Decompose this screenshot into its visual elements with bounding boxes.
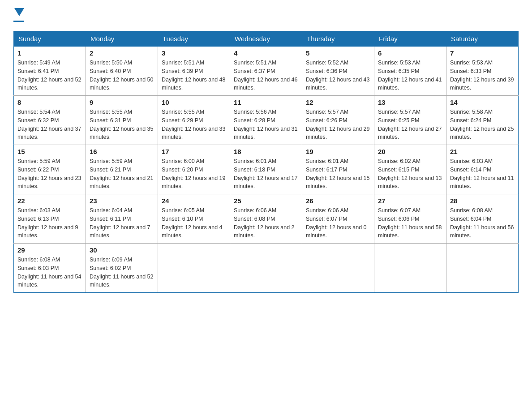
weekday-header-friday: Friday xyxy=(374,31,446,47)
day-number: 27 xyxy=(378,197,442,205)
day-number: 20 xyxy=(378,148,442,155)
day-info: Sunrise: 6:06 AMSunset: 6:08 PMDaylight:… xyxy=(234,206,298,240)
day-number: 1 xyxy=(17,49,82,57)
calendar-cell: 16Sunrise: 5:59 AMSunset: 6:21 PMDayligh… xyxy=(86,145,158,194)
calendar-cell: 15Sunrise: 5:59 AMSunset: 6:22 PMDayligh… xyxy=(14,145,86,194)
day-info: Sunrise: 6:06 AMSunset: 6:07 PMDaylight:… xyxy=(306,206,370,240)
day-info: Sunrise: 5:55 AMSunset: 6:31 PMDaylight:… xyxy=(90,108,154,141)
calendar-cell: 4Sunrise: 5:51 AMSunset: 6:37 PMDaylight… xyxy=(230,47,302,96)
weekday-header-monday: Monday xyxy=(86,31,158,47)
header-row: SundayMondayTuesdayWednesdayThursdayFrid… xyxy=(14,31,519,47)
day-number: 10 xyxy=(162,98,226,106)
calendar-cell: 14Sunrise: 5:58 AMSunset: 6:24 PMDayligh… xyxy=(446,96,519,145)
day-number: 7 xyxy=(450,49,515,57)
day-info: Sunrise: 5:59 AMSunset: 6:21 PMDaylight:… xyxy=(90,157,154,191)
calendar-cell: 6Sunrise: 5:53 AMSunset: 6:35 PMDaylight… xyxy=(374,47,446,96)
day-number: 14 xyxy=(450,98,515,106)
day-info: Sunrise: 6:03 AMSunset: 6:14 PMDaylight:… xyxy=(450,157,515,191)
day-number: 28 xyxy=(450,197,515,205)
calendar-cell: 27Sunrise: 6:07 AMSunset: 6:06 PMDayligh… xyxy=(374,194,446,244)
day-number: 6 xyxy=(378,49,442,57)
calendar-cell: 1Sunrise: 5:49 AMSunset: 6:41 PMDaylight… xyxy=(14,47,86,96)
day-number: 26 xyxy=(306,197,370,205)
day-info: Sunrise: 6:01 AMSunset: 6:17 PMDaylight:… xyxy=(306,157,370,191)
day-info: Sunrise: 6:04 AMSunset: 6:11 PMDaylight:… xyxy=(90,206,154,240)
calendar-cell: 9Sunrise: 5:55 AMSunset: 6:31 PMDaylight… xyxy=(86,96,158,145)
calendar-cell: 3Sunrise: 5:51 AMSunset: 6:39 PMDaylight… xyxy=(158,47,230,96)
day-info: Sunrise: 6:01 AMSunset: 6:18 PMDaylight:… xyxy=(234,157,298,191)
day-info: Sunrise: 6:03 AMSunset: 6:13 PMDaylight:… xyxy=(17,206,82,240)
day-info: Sunrise: 5:58 AMSunset: 6:24 PMDaylight:… xyxy=(450,108,515,141)
day-number: 4 xyxy=(234,49,298,57)
day-number: 11 xyxy=(234,98,298,106)
calendar-cell xyxy=(374,244,446,293)
day-info: Sunrise: 6:05 AMSunset: 6:10 PMDaylight:… xyxy=(162,206,226,240)
day-info: Sunrise: 5:54 AMSunset: 6:32 PMDaylight:… xyxy=(17,108,82,141)
week-row-3: 15Sunrise: 5:59 AMSunset: 6:22 PMDayligh… xyxy=(14,145,519,194)
calendar-cell: 18Sunrise: 6:01 AMSunset: 6:18 PMDayligh… xyxy=(230,145,302,194)
day-number: 2 xyxy=(90,49,154,57)
week-row-4: 22Sunrise: 6:03 AMSunset: 6:13 PMDayligh… xyxy=(14,194,519,244)
calendar-cell xyxy=(230,244,302,293)
weekday-header-wednesday: Wednesday xyxy=(230,31,302,47)
week-row-5: 29Sunrise: 6:08 AMSunset: 6:03 PMDayligh… xyxy=(14,244,519,293)
weekday-header-sunday: Sunday xyxy=(14,31,86,47)
day-number: 24 xyxy=(162,197,226,205)
day-number: 12 xyxy=(306,98,370,106)
calendar-cell: 25Sunrise: 6:06 AMSunset: 6:08 PMDayligh… xyxy=(230,194,302,244)
day-info: Sunrise: 5:53 AMSunset: 6:35 PMDaylight:… xyxy=(378,59,442,92)
day-info: Sunrise: 6:08 AMSunset: 6:04 PMDaylight:… xyxy=(450,206,515,240)
day-info: Sunrise: 6:02 AMSunset: 6:15 PMDaylight:… xyxy=(378,157,442,191)
day-info: Sunrise: 5:57 AMSunset: 6:25 PMDaylight:… xyxy=(378,108,442,141)
day-info: Sunrise: 6:08 AMSunset: 6:03 PMDaylight:… xyxy=(17,256,82,289)
calendar-cell: 22Sunrise: 6:03 AMSunset: 6:13 PMDayligh… xyxy=(14,194,86,244)
day-info: Sunrise: 6:07 AMSunset: 6:06 PMDaylight:… xyxy=(378,206,442,240)
day-info: Sunrise: 5:51 AMSunset: 6:37 PMDaylight:… xyxy=(234,59,298,92)
day-info: Sunrise: 5:51 AMSunset: 6:39 PMDaylight:… xyxy=(162,59,226,92)
calendar-cell: 26Sunrise: 6:06 AMSunset: 6:07 PMDayligh… xyxy=(302,194,374,244)
day-info: Sunrise: 5:59 AMSunset: 6:22 PMDaylight:… xyxy=(17,157,82,191)
day-info: Sunrise: 5:55 AMSunset: 6:29 PMDaylight:… xyxy=(162,108,226,141)
day-number: 15 xyxy=(17,148,82,155)
day-number: 16 xyxy=(90,148,154,155)
day-number: 21 xyxy=(450,148,515,155)
calendar-cell: 21Sunrise: 6:03 AMSunset: 6:14 PMDayligh… xyxy=(446,145,519,194)
day-number: 9 xyxy=(90,98,154,106)
calendar-cell: 17Sunrise: 6:00 AMSunset: 6:20 PMDayligh… xyxy=(158,145,230,194)
weekday-header-saturday: Saturday xyxy=(446,31,519,47)
calendar-cell: 29Sunrise: 6:08 AMSunset: 6:03 PMDayligh… xyxy=(14,244,86,293)
calendar-cell: 30Sunrise: 6:09 AMSunset: 6:02 PMDayligh… xyxy=(86,244,158,293)
calendar-cell: 19Sunrise: 6:01 AMSunset: 6:17 PMDayligh… xyxy=(302,145,374,194)
day-number: 25 xyxy=(234,197,298,205)
day-number: 13 xyxy=(378,98,442,106)
calendar-cell: 28Sunrise: 6:08 AMSunset: 6:04 PMDayligh… xyxy=(446,194,519,244)
day-info: Sunrise: 6:00 AMSunset: 6:20 PMDaylight:… xyxy=(162,157,226,191)
calendar-cell: 10Sunrise: 5:55 AMSunset: 6:29 PMDayligh… xyxy=(158,96,230,145)
svg-marker-0 xyxy=(14,8,24,16)
calendar-cell: 2Sunrise: 5:50 AMSunset: 6:40 PMDaylight… xyxy=(86,47,158,96)
calendar-cell: 8Sunrise: 5:54 AMSunset: 6:32 PMDaylight… xyxy=(14,96,86,145)
weekday-header-thursday: Thursday xyxy=(302,31,374,47)
day-info: Sunrise: 5:52 AMSunset: 6:36 PMDaylight:… xyxy=(306,59,370,92)
day-number: 18 xyxy=(234,148,298,155)
day-number: 8 xyxy=(17,98,82,106)
logo-underline xyxy=(13,21,24,22)
logo xyxy=(13,9,24,22)
weekday-header-tuesday: Tuesday xyxy=(158,31,230,47)
calendar-cell: 7Sunrise: 5:53 AMSunset: 6:33 PMDaylight… xyxy=(446,47,519,96)
calendar-cell xyxy=(302,244,374,293)
calendar-cell: 11Sunrise: 5:56 AMSunset: 6:28 PMDayligh… xyxy=(230,96,302,145)
calendar-cell: 13Sunrise: 5:57 AMSunset: 6:25 PMDayligh… xyxy=(374,96,446,145)
day-info: Sunrise: 5:50 AMSunset: 6:40 PMDaylight:… xyxy=(90,59,154,92)
day-info: Sunrise: 5:57 AMSunset: 6:26 PMDaylight:… xyxy=(306,108,370,141)
logo-triangle-icon xyxy=(14,8,24,18)
calendar-cell: 20Sunrise: 6:02 AMSunset: 6:15 PMDayligh… xyxy=(374,145,446,194)
day-number: 29 xyxy=(17,246,82,254)
week-row-1: 1Sunrise: 5:49 AMSunset: 6:41 PMDaylight… xyxy=(14,47,519,96)
day-number: 30 xyxy=(90,246,154,254)
calendar-cell: 24Sunrise: 6:05 AMSunset: 6:10 PMDayligh… xyxy=(158,194,230,244)
day-number: 3 xyxy=(162,49,226,57)
calendar-cell xyxy=(158,244,230,293)
calendar-cell: 23Sunrise: 6:04 AMSunset: 6:11 PMDayligh… xyxy=(86,194,158,244)
day-info: Sunrise: 5:56 AMSunset: 6:28 PMDaylight:… xyxy=(234,108,298,141)
